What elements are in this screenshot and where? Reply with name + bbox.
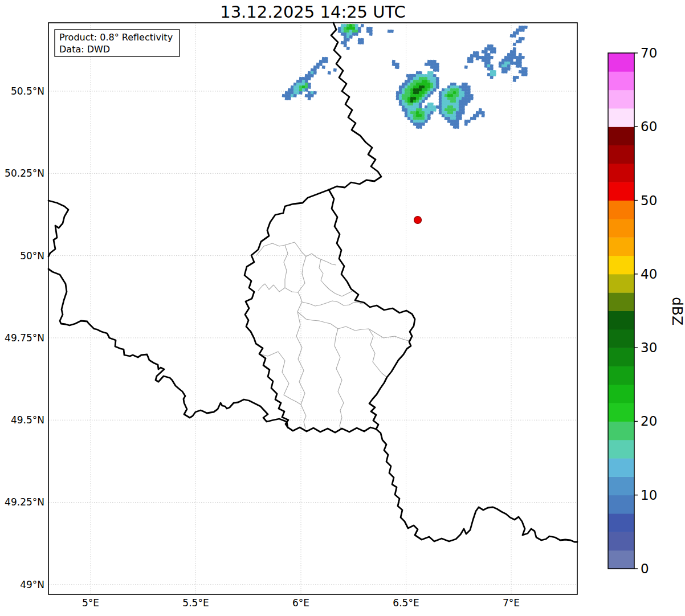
radar-echo-cell [516, 76, 519, 79]
radar-echo-cell [425, 120, 428, 123]
radar-echo-cell [456, 125, 459, 129]
radar-echo-cell [427, 94, 431, 97]
radar-site-marker [414, 217, 422, 224]
radar-echo-cell [433, 108, 437, 112]
radar-echo-cell [521, 56, 525, 59]
colorbar-segment [608, 237, 634, 256]
info-box-line1: Product: 0.8° Reflectivity [59, 32, 173, 43]
colorbar-tick-label: 30 [641, 340, 657, 355]
y-tick-label: 50.25°N [5, 168, 44, 179]
radar-echo-cell [524, 73, 528, 76]
radar-echo-cell [427, 117, 431, 120]
radar-echo-cell [464, 103, 468, 106]
radar-echo-cell [305, 88, 308, 92]
radar-echo-cell [519, 40, 522, 43]
info-box: Product: 0.8° Reflectivity Data: DWD [55, 30, 180, 56]
y-tick-label: 50.5°N [11, 85, 44, 97]
radar-echo-cell [470, 60, 474, 63]
colorbar-segment [608, 532, 634, 550]
colorbar-segment [608, 550, 634, 569]
radar-echo-cell [396, 66, 399, 69]
radar-echo-cell [519, 64, 522, 68]
radar-echo-cell [293, 94, 297, 97]
colorbar-segment [608, 495, 634, 514]
radar-echo-cell [313, 91, 317, 95]
radar-echo-cell [513, 43, 516, 46]
radar-echo-cell [464, 123, 468, 126]
colorbar-tick-label: 20 [641, 414, 657, 429]
colorbar-segment [608, 182, 634, 201]
radar-echo-cell [462, 111, 465, 115]
radar-echo-cell [467, 100, 471, 103]
radar-echo-cell [358, 30, 361, 33]
radar-echo-cell [490, 56, 494, 59]
x-tick-label: 6.5°E [393, 597, 419, 609]
colorbar-tick-label: 0 [641, 561, 649, 576]
radar-echo-cell [513, 79, 516, 82]
radar-echo-cell [322, 66, 325, 69]
colorbar-segment [608, 513, 634, 532]
colorbar-segment [608, 440, 634, 459]
figure-title: 13.12.2025 14:25 UTC [220, 2, 406, 22]
y-tick-label: 49.75°N [5, 332, 44, 344]
colorbar-tick-label: 40 [641, 267, 657, 282]
radar-echo-cell [464, 66, 468, 69]
colorbar-tick-label: 10 [641, 488, 657, 503]
radar-echo-cell [325, 60, 328, 63]
radar-echo-cell [308, 85, 311, 89]
radar-echo-cell [490, 76, 494, 79]
colorbar-segment [608, 127, 634, 145]
radar-echo-cell [344, 44, 347, 47]
colorbar-segment [608, 385, 634, 403]
radar-echo-cell [346, 38, 350, 42]
radar-echo-cell [425, 97, 428, 100]
colorbar-segment [608, 145, 634, 164]
colorbar-segment [608, 53, 634, 72]
x-tick-label: 5°E [82, 597, 99, 609]
radar-echo-cell [436, 85, 439, 89]
colorbar-tick-label: 50 [641, 193, 657, 208]
radar-echo-cell [507, 67, 511, 71]
colorbar-segment [608, 256, 634, 275]
radar-echo-cell [316, 66, 320, 69]
radar-echo-cell [333, 68, 337, 72]
radar-echo-cell [422, 100, 425, 103]
radar-echo-cell [493, 50, 496, 54]
colorbar-segment [608, 403, 634, 422]
x-tick-label: 6°E [292, 597, 309, 609]
colorbar-segment [608, 292, 634, 311]
radar-echo-cell [299, 91, 303, 95]
radar-echo-cell [311, 94, 314, 97]
colorbar-axis-label: dBZ [669, 297, 685, 325]
radar-echo-cell [473, 117, 476, 120]
radar-echo-cell [516, 31, 519, 35]
y-tick-label: 49.25°N [5, 496, 44, 508]
radar-echo-cell [361, 41, 364, 44]
colorbar-segment [608, 311, 634, 330]
colorbar-segment [608, 421, 634, 440]
x-tick-label: 5.5°E [182, 597, 209, 609]
radar-echo-cell [504, 70, 508, 74]
radar-echo-cell [346, 47, 350, 50]
y-tick-label: 49°N [20, 579, 44, 590]
radar-echo-cell [430, 111, 434, 115]
colorbar-segment [608, 366, 634, 385]
colorbar-segment [608, 348, 634, 366]
radar-echo-cell [369, 32, 373, 36]
colorbar-segment [608, 329, 634, 348]
colorbar-segment [608, 90, 634, 109]
radar-figure: 13.12.2025 14:25 UTC 5°E5.5°E6°E6.5°E7°E… [0, 0, 685, 616]
x-tick-label: 7°E [503, 597, 520, 609]
radar-echo-cell [288, 97, 291, 100]
colorbar-segment [608, 108, 634, 127]
y-tick-label: 49.5°N [11, 414, 44, 426]
colorbar-segment [608, 201, 634, 219]
colorbar-segment [608, 274, 634, 293]
radar-echo-cell [308, 77, 311, 80]
colorbar-segment [608, 458, 634, 477]
radar-echo-cell [308, 97, 311, 100]
radar-echo-cell [476, 114, 479, 117]
radar-echo-cell [482, 114, 485, 117]
colorbar-segment [608, 164, 634, 182]
colorbar-segment [608, 71, 634, 90]
